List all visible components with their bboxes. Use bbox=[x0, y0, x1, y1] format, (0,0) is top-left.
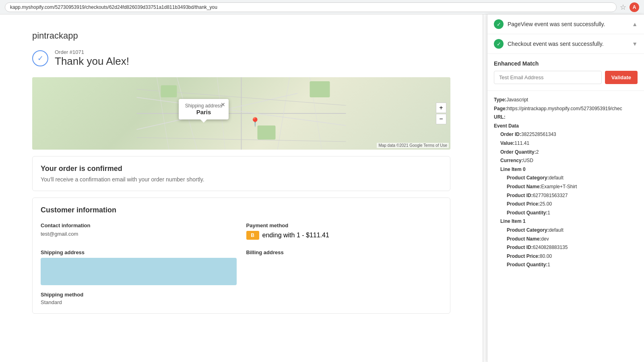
currency-value: USD bbox=[523, 158, 533, 163]
order-quantity-row: Order Quantity:2 bbox=[494, 148, 638, 157]
order-id-row: Order ID:3822528561343 bbox=[494, 130, 638, 139]
pageview-chevron-icon[interactable]: ▲ bbox=[632, 21, 638, 27]
li1-price-label: Product Price: bbox=[507, 253, 540, 259]
li1-id-value: 6240828883135 bbox=[533, 245, 568, 250]
li0-id-label: Product ID: bbox=[507, 193, 533, 198]
billing-address-label: Billing address bbox=[246, 249, 442, 255]
checkout-event-item: ✓ Checkout event was sent successfully. … bbox=[487, 34, 644, 54]
currency-label: Currency: bbox=[500, 158, 523, 163]
store-name: pintrackapp bbox=[32, 31, 450, 41]
order-check-icon: ✓ bbox=[32, 50, 48, 66]
type-row: Type:Javascript bbox=[494, 96, 638, 105]
validate-button[interactable]: Validate bbox=[605, 71, 638, 84]
type-value: Javascript bbox=[506, 97, 528, 103]
url-bar[interactable] bbox=[5, 2, 617, 12]
li1-price-value: 80.00 bbox=[540, 253, 552, 259]
type-label: Type: bbox=[494, 97, 506, 103]
li0-category-value: default bbox=[549, 175, 564, 181]
order-quantity-value: 2 bbox=[536, 149, 539, 155]
enhanced-email-input[interactable] bbox=[494, 71, 602, 84]
li0-category-row: Product Category:default bbox=[494, 174, 638, 183]
popup-label: Shipping address bbox=[185, 103, 223, 109]
page-label: Page: bbox=[494, 106, 507, 111]
order-id-label: Order ID: bbox=[500, 132, 521, 137]
checkout-event-text: Checkout event was sent successfully. bbox=[508, 41, 604, 47]
confirmed-text: You'll receive a confirmation email with… bbox=[41, 176, 442, 183]
shipping-address-info: Shipping address Shipping method Standar… bbox=[41, 249, 237, 305]
line-item-1-header: Line Item 1 bbox=[494, 217, 638, 226]
page-row: Page:https://pintrackapp.myshopify.com/5… bbox=[494, 105, 638, 113]
contact-value: test@gmail.com bbox=[41, 231, 237, 237]
event-data-section: Type:Javascript Page:https://pintrackapp… bbox=[487, 91, 644, 274]
thank-you-message: Thank you Alex! bbox=[55, 55, 129, 68]
payment-icon: B bbox=[246, 231, 259, 240]
pageview-event-text: PageView event was sent successfully. bbox=[508, 21, 605, 27]
li0-qty-label: Product Quantity: bbox=[507, 210, 547, 216]
li0-name-row: Product Name:Example+T-Shirt bbox=[494, 183, 638, 191]
li1-id-row: Product ID:6240828883135 bbox=[494, 243, 638, 252]
checkout-chevron-icon[interactable]: ▼ bbox=[632, 41, 638, 47]
li0-name-label: Product Name: bbox=[507, 184, 541, 189]
map-close-button[interactable]: ✕ bbox=[221, 101, 225, 108]
shipping-address-box bbox=[41, 258, 237, 285]
customer-info-section: Customer information Contact information… bbox=[32, 197, 450, 314]
li1-qty-label: Product Quantity: bbox=[507, 262, 547, 267]
event-data-header: Event Data bbox=[494, 122, 638, 131]
li0-id-value: 6277081563327 bbox=[533, 193, 568, 198]
pageview-event-header: ✓ PageView event was sent successfully. … bbox=[494, 19, 638, 29]
li1-name-value: dev bbox=[541, 236, 549, 242]
browser-avatar: A bbox=[630, 2, 639, 12]
li0-qty-row: Product Quantity:1 bbox=[494, 209, 638, 218]
li0-category-label: Product Category: bbox=[507, 175, 549, 181]
li1-category-value: default bbox=[549, 227, 564, 233]
billing-address-info: Billing address bbox=[246, 249, 442, 305]
li1-name-row: Product Name:dev bbox=[494, 235, 638, 244]
payment-label: Payment method bbox=[246, 222, 442, 228]
li0-price-row: Product Price:25.00 bbox=[494, 200, 638, 209]
value-label: Value: bbox=[500, 140, 514, 146]
li1-price-row: Product Price:80.00 bbox=[494, 252, 638, 261]
shipping-address-label: Shipping address bbox=[41, 249, 237, 255]
shipping-method-label: Shipping method bbox=[41, 292, 237, 298]
map-zoom-out[interactable]: − bbox=[436, 114, 446, 124]
contact-info: Contact information test@gmail.com bbox=[41, 222, 237, 240]
svg-rect-13 bbox=[258, 125, 276, 140]
url-label: URL: bbox=[494, 114, 506, 120]
enhanced-match-row[interactable]: Validate bbox=[494, 71, 638, 84]
svg-rect-12 bbox=[310, 81, 330, 97]
li0-id-row: Product ID:6277081563327 bbox=[494, 191, 638, 200]
li1-name-label: Product Name: bbox=[507, 236, 541, 242]
payment-info: Payment method B ending with 1 - $111.41 bbox=[246, 222, 442, 240]
order-confirmed-section: Your order is confirmed You'll receive a… bbox=[32, 156, 450, 191]
map-zoom-controls[interactable]: + − bbox=[436, 103, 446, 124]
map-container: ✕ Shipping address Paris 📍 + − Map data … bbox=[32, 77, 450, 150]
li1-category-row: Product Category:default bbox=[494, 226, 638, 235]
shipping-method-value: Standard bbox=[41, 299, 237, 305]
value-value: 111.41 bbox=[514, 140, 529, 146]
map-popup: ✕ Shipping address Paris bbox=[179, 99, 229, 119]
order-number: Order #1071 bbox=[55, 49, 129, 55]
star-icon[interactable]: ☆ bbox=[620, 3, 626, 12]
currency-row: Currency:USD bbox=[494, 156, 638, 165]
li1-qty-value: 1 bbox=[547, 262, 550, 267]
url-row: URL: bbox=[494, 113, 638, 122]
li1-qty-row: Product Quantity:1 bbox=[494, 261, 638, 269]
map-roads-svg bbox=[32, 77, 450, 150]
svg-rect-11 bbox=[161, 85, 177, 97]
order-id-value: 3822528561343 bbox=[521, 132, 556, 137]
li1-category-label: Product Category: bbox=[507, 227, 549, 233]
li1-id-label: Product ID: bbox=[507, 245, 533, 250]
contact-label: Contact information bbox=[41, 222, 237, 228]
value-row: Value:111.41 bbox=[494, 139, 638, 148]
checkout-check-icon: ✓ bbox=[494, 39, 504, 49]
map-zoom-in[interactable]: + bbox=[436, 103, 446, 113]
li0-price-label: Product Price: bbox=[507, 201, 540, 207]
line-item-0-header: Line Item 0 bbox=[494, 165, 638, 174]
line-item-1-label: Line Item 1 bbox=[500, 218, 526, 224]
pageview-check-icon: ✓ bbox=[494, 19, 504, 29]
map-background: ✕ Shipping address Paris 📍 + − Map data … bbox=[32, 77, 450, 150]
browser-chrome: ☆ A bbox=[0, 0, 644, 14]
order-header: ✓ Order #1071 Thank you Alex! bbox=[32, 49, 450, 68]
info-grid: Contact information test@gmail.com Payme… bbox=[41, 222, 442, 305]
enhanced-match-title: Enhanced Match bbox=[494, 60, 638, 67]
